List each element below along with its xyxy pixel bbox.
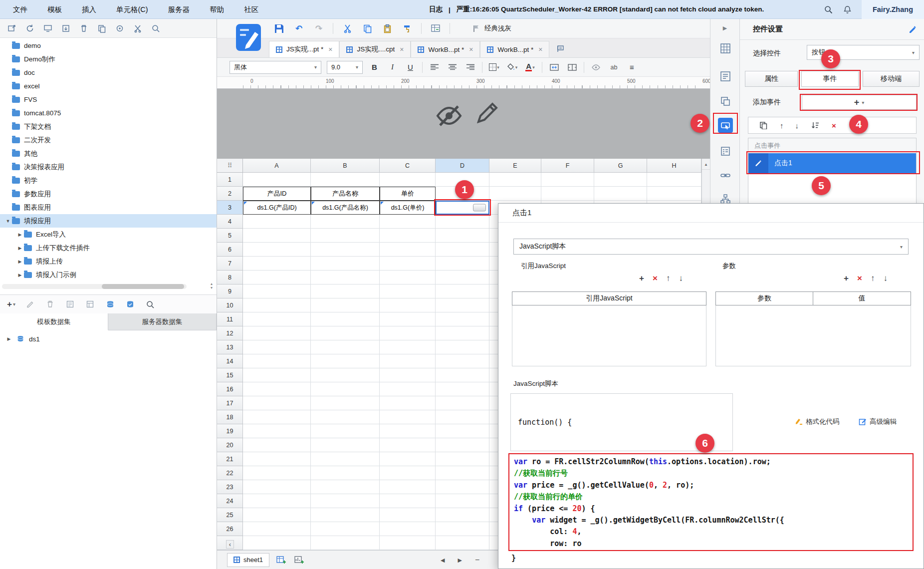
cell-D27[interactable] xyxy=(436,536,489,550)
scroll-left-icon[interactable]: ‹ xyxy=(226,540,234,549)
cell-B2[interactable]: 产品名称 xyxy=(311,187,380,201)
cell-D3[interactable] xyxy=(436,201,489,215)
add-ref-icon[interactable]: + xyxy=(639,274,644,284)
cell-F1[interactable] xyxy=(541,173,594,187)
cell-B27[interactable] xyxy=(311,536,380,550)
cell-D25[interactable] xyxy=(436,508,489,522)
cell-G2[interactable] xyxy=(594,187,647,201)
doc-tab[interactable]: WorkB...pt *× xyxy=(480,41,549,57)
cell-C3[interactable]: ds1.G(单价) xyxy=(380,201,436,215)
row-header[interactable]: 7 xyxy=(217,257,243,271)
doc-tab[interactable]: JS实现...pt *× xyxy=(269,41,339,57)
cell-E1[interactable] xyxy=(489,173,541,187)
cell-A25[interactable] xyxy=(243,508,311,522)
cell-B14[interactable] xyxy=(311,354,380,368)
cell-B10[interactable] xyxy=(311,298,380,312)
cut-button[interactable] xyxy=(341,22,353,34)
cell-A19[interactable] xyxy=(243,424,311,438)
param-up-icon[interactable]: ↑ xyxy=(871,274,875,284)
edit-dataset-icon[interactable] xyxy=(25,299,35,309)
cell-A21[interactable] xyxy=(243,452,311,466)
cell-A9[interactable] xyxy=(243,284,311,298)
font-color-button[interactable]: A▾ xyxy=(524,61,536,73)
prev-sheet-icon[interactable]: ◀ xyxy=(441,557,445,564)
row-header[interactable]: 17 xyxy=(217,396,243,410)
undo-button[interactable]: ↶ xyxy=(293,22,305,34)
cell-A14[interactable] xyxy=(243,354,311,368)
visibility-button[interactable] xyxy=(590,61,602,73)
float-element-icon[interactable] xyxy=(718,94,733,109)
delete-icon[interactable] xyxy=(79,23,89,33)
row-header[interactable]: 9 xyxy=(217,284,243,298)
cell-B7[interactable] xyxy=(311,257,380,271)
cell-A27[interactable] xyxy=(243,536,311,550)
scroll-up-icon[interactable]: ▴ xyxy=(702,159,710,170)
tree-item[interactable]: FVS xyxy=(0,93,217,106)
row-header[interactable]: 19 xyxy=(217,424,243,438)
condition-attribute-icon[interactable] xyxy=(718,144,733,159)
tree-arrow-icon[interactable]: ▶ xyxy=(6,336,12,341)
panel-edit-icon[interactable] xyxy=(908,25,917,34)
search-dataset-icon[interactable] xyxy=(145,299,155,309)
cell-B6[interactable] xyxy=(311,243,380,257)
cell-D7[interactable] xyxy=(436,257,489,271)
cell-D20[interactable] xyxy=(436,438,489,452)
delete-event-icon[interactable]: × xyxy=(832,121,836,130)
button-widget[interactable] xyxy=(473,204,486,212)
add-param-icon[interactable]: + xyxy=(844,274,849,284)
cell-D16[interactable] xyxy=(436,382,489,396)
cell-A16[interactable] xyxy=(243,382,311,396)
tree-item[interactable]: doc xyxy=(0,66,217,79)
ref-up-icon[interactable]: ↑ xyxy=(666,274,671,284)
table-merge-button[interactable] xyxy=(430,22,442,34)
cell-B8[interactable] xyxy=(311,271,380,284)
cell-C9[interactable] xyxy=(380,284,436,298)
merge-cells-button[interactable] xyxy=(548,61,560,73)
ref-js-table-body[interactable] xyxy=(512,305,706,366)
cell-D5[interactable] xyxy=(436,229,489,243)
cell-A20[interactable] xyxy=(243,438,311,452)
move-down-icon[interactable]: ↓ xyxy=(795,121,799,130)
cell-attribute-icon[interactable] xyxy=(718,69,733,84)
row-header[interactable]: 22 xyxy=(217,466,243,480)
cell-B12[interactable] xyxy=(311,326,380,340)
tree-item[interactable]: 其他 xyxy=(0,147,217,160)
move-up-icon[interactable]: ↑ xyxy=(780,121,784,130)
event-item-click1[interactable]: 点击1 xyxy=(748,153,916,173)
ref-down-icon[interactable]: ↓ xyxy=(679,274,683,284)
cell-B11[interactable] xyxy=(311,312,380,326)
cell-D26[interactable] xyxy=(436,522,489,536)
tab-mobile[interactable]: 移动端 xyxy=(863,71,920,87)
tree-arrow-icon[interactable]: ▶ xyxy=(16,273,24,278)
cell-C27[interactable] xyxy=(380,536,436,550)
cell-C16[interactable] xyxy=(380,382,436,396)
js-code-editor[interactable]: var ro = FR.cellStr2ColumnRow(this.optio… xyxy=(508,453,914,551)
remove-param-icon[interactable]: × xyxy=(857,274,862,284)
cell-A26[interactable] xyxy=(243,522,311,536)
cell-D22[interactable] xyxy=(436,466,489,480)
hyperlink-icon[interactable] xyxy=(718,168,733,183)
cell-F2[interactable] xyxy=(541,187,594,201)
cell-H1[interactable] xyxy=(647,173,701,187)
cell-D11[interactable] xyxy=(436,312,489,326)
cell-B3[interactable]: ds1.G(产品名称) xyxy=(311,201,380,215)
row-header[interactable]: 13 xyxy=(217,340,243,354)
cell-A13[interactable] xyxy=(243,340,311,354)
cell-D21[interactable] xyxy=(436,452,489,466)
tree-arrow-icon[interactable]: ▶ xyxy=(16,259,24,264)
dataset-preview2-icon[interactable] xyxy=(85,299,95,309)
column-header[interactable]: H xyxy=(647,159,701,173)
cell-C10[interactable] xyxy=(380,298,436,312)
edit-event-icon[interactable] xyxy=(748,153,768,173)
next-sheet-icon[interactable]: ▶ xyxy=(458,557,462,564)
row-header[interactable]: 10 xyxy=(217,298,243,312)
cell-A24[interactable] xyxy=(243,494,311,508)
menu-item[interactable]: 插入 xyxy=(82,5,96,14)
cell-B21[interactable] xyxy=(311,452,380,466)
tree-horizontal-scrollbar[interactable] xyxy=(2,284,187,289)
cell-D8[interactable] xyxy=(436,271,489,284)
cell-element-icon[interactable] xyxy=(718,41,733,56)
cell-C2[interactable]: 单价 xyxy=(380,187,436,201)
cell-A5[interactable] xyxy=(243,229,311,243)
search-tree-icon[interactable] xyxy=(151,23,161,33)
